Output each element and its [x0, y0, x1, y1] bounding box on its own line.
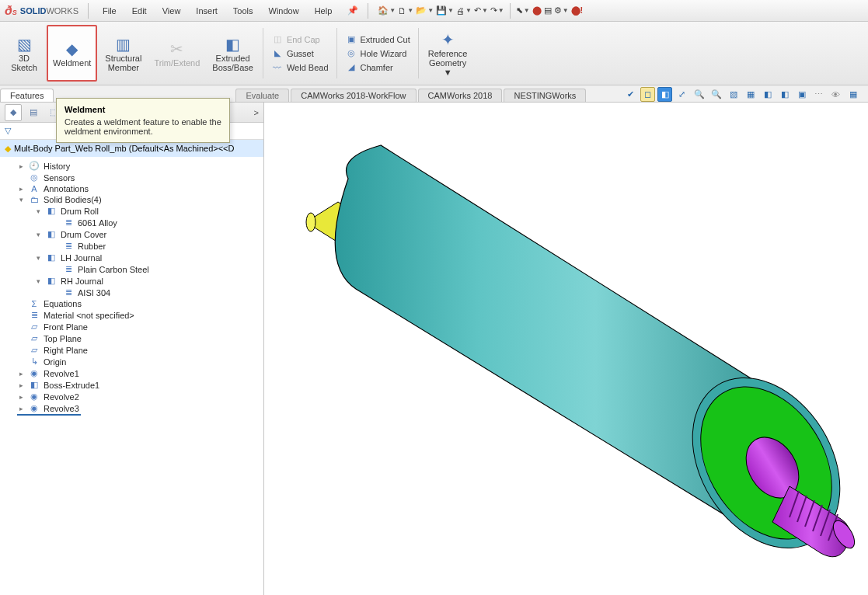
equations-icon: Σ — [28, 299, 40, 308]
model-render — [264, 103, 868, 595]
zoom-box-icon[interactable]: ◻ — [640, 87, 655, 102]
material-icon: ≣ — [62, 217, 75, 228]
tree-drum-roll[interactable]: ▾◧Drum Roll — [0, 205, 263, 217]
structural-member-icon: ▥ — [116, 35, 131, 54]
tree-lh-journal[interactable]: ▾◧LH Journal — [0, 252, 263, 263]
pin-icon[interactable]: 📌 — [347, 5, 358, 16]
tab-evaluate[interactable]: Evaluate — [235, 89, 289, 102]
hide-show-icon[interactable]: ◧ — [760, 87, 775, 102]
extrude-icon: ◧ — [225, 35, 240, 54]
app-logo: ðS SOLIDWORKS — [5, 4, 78, 18]
separator — [510, 3, 511, 19]
filter-icon: ▽ — [5, 126, 11, 136]
tree-revolve3[interactable]: ▸◉Revolve3 — [0, 402, 263, 414]
options-list-icon[interactable]: ▤ — [544, 5, 552, 16]
tab-nestingworks[interactable]: NESTINGWorks — [504, 89, 586, 102]
prev-view-icon[interactable]: 🔍 — [709, 87, 723, 102]
history-icon: 🕘 — [28, 161, 40, 171]
menu-file[interactable]: File — [98, 5, 121, 17]
save-button[interactable]: 💾▼ — [436, 5, 454, 16]
menu-edit[interactable]: Edit — [127, 5, 152, 17]
accept-icon[interactable]: ✔ — [623, 87, 638, 102]
feature-tree-tab[interactable]: ◆ — [5, 104, 22, 121]
tree-lh-journal-material[interactable]: ≣Plain Carbon Steel — [0, 263, 263, 275]
weldment-button[interactable]: ◆ Weldment — [47, 25, 97, 82]
tab-features[interactable]: Features — [0, 89, 54, 102]
tree-origin[interactable]: ↳Origin — [0, 356, 263, 367]
tree-revolve1[interactable]: ▸◉Revolve1 — [0, 367, 263, 379]
view-settings-icon[interactable]: ⋯ — [811, 87, 826, 102]
plane-icon: ▱ — [28, 345, 40, 355]
tree-annotations[interactable]: ▸AAnnotations — [0, 183, 263, 194]
tree-rh-journal-material[interactable]: ≣AISI 304 — [0, 287, 263, 298]
display-style-icon[interactable]: ▦ — [743, 87, 758, 102]
tree-history[interactable]: ▸🕘History — [0, 160, 263, 172]
section-view-icon[interactable]: ▧ — [726, 87, 741, 102]
tree-top-plane[interactable]: ▱Top Plane — [0, 332, 263, 344]
settings-button[interactable]: ⚙▼ — [554, 5, 569, 16]
render-icon[interactable]: ▦ — [845, 87, 860, 102]
body-icon: ◧ — [45, 252, 58, 263]
undo-button[interactable]: ↶▼ — [474, 5, 488, 16]
error-icon[interactable]: ⬤! — [571, 5, 584, 16]
panel-overflow-icon[interactable]: > — [254, 108, 259, 117]
zoom-fit-icon[interactable]: ⤢ — [675, 87, 689, 102]
material-icon: ≣ — [62, 241, 75, 251]
rollback-bar[interactable] — [17, 414, 81, 416]
tree-sensors[interactable]: ◎Sensors — [0, 172, 263, 183]
material-icon: ≣ — [28, 310, 40, 320]
revolve-icon: ◉ — [28, 391, 40, 402]
extruded-boss-button[interactable]: ◧ Extruded Boss/Base — [207, 25, 258, 82]
tree-drum-cover[interactable]: ▾◧Drum Cover — [0, 228, 263, 240]
tab-camworks-workflow[interactable]: CAMWorks 2018-WorkFlow — [291, 89, 416, 102]
print-button[interactable]: 🖨▼ — [456, 6, 472, 16]
separator — [336, 28, 337, 78]
menu-insert[interactable]: Insert — [191, 5, 222, 17]
tree-material[interactable]: ≣Material <not specified> — [0, 309, 263, 321]
select-button[interactable]: ⬉▼ — [516, 5, 530, 16]
tab-camworks[interactable]: CAMWorks 2018 — [418, 89, 503, 102]
gusset-button[interactable]: ◣Gusset — [271, 47, 329, 60]
property-manager-tab[interactable]: ▤ — [25, 104, 42, 121]
graphics-viewport[interactable] — [264, 103, 868, 595]
cut-stack: ▣Extruded Cut ◎Hole Wizard ◢Chamfer — [342, 25, 413, 82]
tree-front-plane[interactable]: ▱Front Plane — [0, 321, 263, 332]
menu-window[interactable]: Window — [264, 5, 304, 17]
tree-revolve2[interactable]: ▸◉Revolve2 — [0, 391, 263, 402]
tree-right-plane[interactable]: ▱Right Plane — [0, 344, 263, 356]
tree-solid-bodies[interactable]: ▾🗀Solid Bodies(4) — [0, 194, 263, 205]
hole-wizard-button[interactable]: ◎Hole Wizard — [345, 47, 410, 60]
rebuild-icon[interactable]: ⬤ — [532, 5, 542, 16]
menu-view[interactable]: View — [158, 5, 186, 17]
tree-drum-roll-material[interactable]: ≣6061 Alloy — [0, 217, 263, 228]
reference-geometry-icon: ✦ — [441, 30, 455, 49]
home-button[interactable]: 🏠▼ — [378, 5, 396, 16]
revolve-icon: ◉ — [28, 403, 40, 413]
view-visibility-icon[interactable]: 👁 — [828, 87, 843, 102]
chamfer-button[interactable]: ◢Chamfer — [345, 61, 410, 74]
menu-tools[interactable]: Tools — [228, 5, 258, 17]
sketch-3d-icon: ▧ — [17, 35, 32, 54]
reference-geometry-button[interactable]: ✦ Reference Geometry ▼ — [424, 25, 472, 82]
tree-boss-extrude1[interactable]: ▸◧Boss-Extrude1 — [0, 379, 263, 391]
tree-equations[interactable]: ΣEquations — [0, 298, 263, 309]
end-cap-button: ◫End Cap — [271, 33, 329, 46]
weld-bead-button[interactable]: 〰Weld Bead — [271, 61, 329, 74]
menu-bar: ðS SOLIDWORKS File Edit View Insert Tool… — [0, 0, 868, 22]
new-button[interactable]: 🗋▼ — [398, 6, 413, 16]
view-orientation-icon[interactable]: ◧ — [657, 87, 672, 102]
extruded-cut-button[interactable]: ▣Extruded Cut — [345, 33, 410, 46]
redo-button[interactable]: ↷▼ — [490, 5, 504, 16]
tree-drum-cover-material[interactable]: ≣Rubber — [0, 240, 263, 252]
end-cap-icon: ◫ — [271, 33, 284, 46]
sketch-3d-button[interactable]: ▧ 3D Sketch — [5, 25, 44, 82]
tree-rh-journal[interactable]: ▾◧RH Journal — [0, 275, 263, 287]
trim-extend-icon: ✂ — [170, 40, 183, 58]
zoom-area-icon[interactable]: 🔍 — [692, 87, 706, 102]
structural-member-button[interactable]: ▥ Structural Member — [100, 25, 146, 82]
heads-up-view-toolbar: ✔ ◻ ◧ ⤢ 🔍 🔍 ▧ ▦ ◧ ◧ ▣ ⋯ 👁 ▦ — [615, 87, 868, 102]
menu-help[interactable]: Help — [310, 5, 337, 17]
edit-appearance-icon[interactable]: ◧ — [777, 87, 792, 102]
apply-scene-icon[interactable]: ▣ — [794, 87, 809, 102]
open-button[interactable]: 📂▼ — [416, 5, 434, 16]
